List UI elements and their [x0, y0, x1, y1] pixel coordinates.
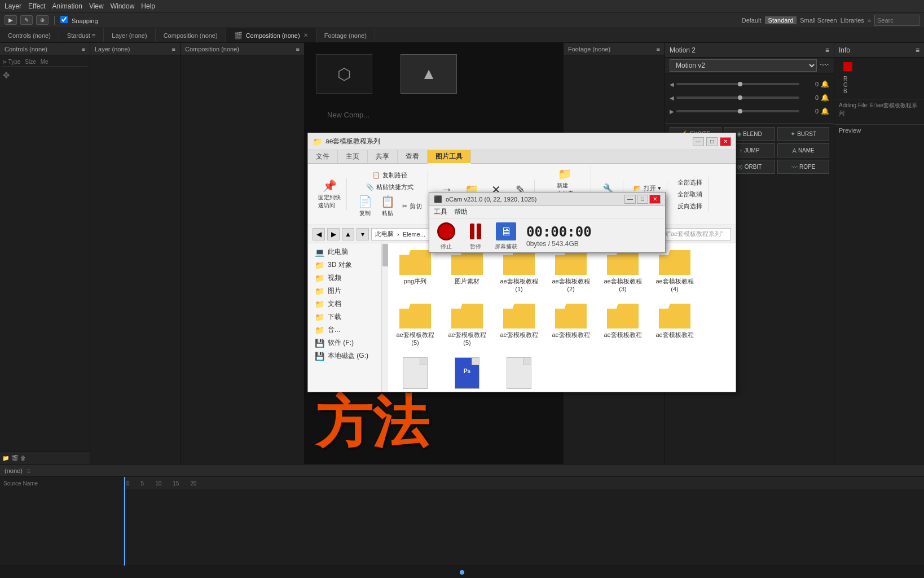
new-folder-icon[interactable]: 📁	[2, 455, 9, 461]
info-menu[interactable]: ≡	[916, 46, 919, 54]
slider3-track[interactable]	[676, 110, 799, 112]
ribbon-select-all-btn[interactable]: 全部选择	[675, 177, 705, 188]
tab-controls[interactable]: Controls (none)	[0, 28, 59, 42]
timeline-menu-icon[interactable]: ≡	[27, 467, 30, 474]
file-item-ae1[interactable]: ae套模板教程(1)	[496, 248, 542, 295]
close-button[interactable]: ✕	[720, 137, 731, 146]
snapping-checkbox-label[interactable]: Snapping	[60, 16, 98, 24]
ribbon-tab-home[interactable]: 主页	[338, 150, 368, 163]
nav-back-btn[interactable]: ◀	[313, 228, 325, 240]
tab-stardust[interactable]: Stardust ≡	[59, 28, 104, 42]
sidebar-scrollbar[interactable]	[381, 243, 388, 392]
slider1-track[interactable]	[676, 83, 799, 85]
menu-animation[interactable]: Animation	[52, 2, 82, 10]
file-item-ae5[interactable]: ae套模板教程(5)	[393, 301, 438, 348]
rope-label: ROPE	[799, 164, 815, 170]
file-name: 图片素材	[455, 277, 479, 286]
new-comp-icon[interactable]: 🎬	[11, 455, 18, 461]
sidebar-drive-f[interactable]: 💾 软件 (F:)	[308, 336, 381, 349]
files-main-area[interactable]: png序列 图片素材 ae套模板教程(1) ae套模板教程(2) ae套模板教程…	[388, 243, 736, 392]
tab-composition[interactable]: Composition (none)	[156, 28, 226, 42]
nav-recent-btn[interactable]: ▾	[357, 228, 369, 240]
motion2-version-select[interactable]: Motion v2	[670, 59, 817, 72]
file-item-mvi[interactable]: MVI_0282	[393, 355, 438, 392]
ribbon-invert-btn[interactable]: 反向选择	[675, 201, 705, 212]
burst-button[interactable]: ✦ BURST	[777, 127, 829, 141]
ocam-stop-btn[interactable]	[436, 221, 456, 242]
slider1-left[interactable]: ◀	[670, 81, 674, 87]
ribbon-paste-btn[interactable]: 📋 粘贴	[377, 194, 398, 218]
file-item-ae-extra2[interactable]: ae套模板教程	[548, 301, 593, 348]
ocam-menu-tools[interactable]: 工具	[434, 207, 447, 217]
ribbon-pin-btn[interactable]: 📌 固定到快速访问	[316, 178, 343, 211]
ribbon-tab-share[interactable]: 共享	[368, 150, 398, 163]
file-item-ae5b[interactable]: ae套模板教程(5)	[445, 301, 490, 348]
file-item-ae4[interactable]: ae套模板教程(4)	[652, 248, 697, 295]
tool-btn-3[interactable]: ⊕	[36, 15, 49, 25]
search-box[interactable]: Searc	[874, 15, 919, 26]
menu-window[interactable]: Window	[111, 2, 135, 10]
workspace-default[interactable]: Default	[742, 17, 762, 24]
delete-icon[interactable]: 🗑	[20, 455, 26, 461]
file-item-ae-extra1[interactable]: ae套模板教程	[496, 301, 542, 348]
sidebar-audio[interactable]: 📁 音...	[308, 323, 381, 336]
sidebar-videos[interactable]: 📁 视频	[308, 272, 381, 284]
ocam-pause-btn[interactable]	[465, 221, 486, 242]
file-item-ae2[interactable]: ae套模板教程(2)	[548, 248, 593, 295]
storage-value: 0bytes / 543.4GB	[526, 240, 592, 248]
menu-help[interactable]: Help	[141, 2, 155, 10]
ribbon-tab-file[interactable]: 文件	[308, 150, 338, 163]
tab-layer[interactable]: Layer (none)	[104, 28, 155, 42]
ocam-app-icon: ⬛	[434, 195, 442, 203]
ocam-close-btn[interactable]: ✕	[649, 195, 661, 204]
ocam-minimize-btn[interactable]: —	[624, 195, 636, 204]
timeline-tracks[interactable]: 0 5 10 15 20	[124, 477, 924, 566]
ribbon-cut-btn[interactable]: ✂ 剪切	[400, 194, 424, 218]
rope-button[interactable]: 〰 ROPE	[777, 160, 829, 174]
tool-btn-1[interactable]: ▶	[5, 15, 17, 25]
sidebar-downloads[interactable]: 📁 下载	[308, 310, 381, 323]
menu-layer[interactable]: Layer	[5, 2, 21, 10]
file-item-png[interactable]: png序列	[393, 248, 438, 295]
workspace-small[interactable]: Small Screen	[800, 17, 837, 24]
sidebar-documents[interactable]: 📁 文档	[308, 297, 381, 310]
file-item-pics[interactable]: 图片素材	[445, 248, 490, 295]
ribbon-tab-view[interactable]: 查看	[398, 150, 428, 163]
motion2-menu-icon[interactable]: ≡	[825, 46, 829, 54]
sidebar-3d-objects[interactable]: 📁 3D 对象	[308, 259, 381, 272]
maximize-button[interactable]: □	[706, 137, 718, 146]
tool-btn-2[interactable]: ✎	[20, 15, 33, 25]
sidebar-this-pc[interactable]: 💻 此电脑	[308, 246, 381, 259]
ribbon-tab-picture[interactable]: 图片工具	[428, 150, 471, 164]
ocam-menu-help[interactable]: 帮助	[454, 207, 468, 217]
tab-footage[interactable]: Footage (none)	[316, 28, 375, 42]
nav-up-btn[interactable]: ▲	[342, 228, 354, 240]
slider3-left[interactable]: ▶	[670, 108, 674, 115]
workspace-libraries[interactable]: Libraries	[841, 17, 864, 24]
ribbon-copy-btn[interactable]: 📄 复制	[355, 194, 375, 218]
ribbon-select-none-btn[interactable]: 全部取消	[675, 189, 705, 200]
file-item-psd[interactable]: Ps psd	[445, 355, 490, 392]
minimize-button[interactable]: —	[693, 137, 704, 146]
sidebar-drive-g[interactable]: 💾 本地磁盘 (G:)	[308, 349, 381, 362]
menu-view[interactable]: View	[89, 2, 104, 10]
file-item-spr[interactable]: Spr...	[496, 355, 542, 392]
nav-forward-btn[interactable]: ▶	[327, 228, 340, 240]
source-name-col: Source Name	[2, 479, 121, 488]
slider2-left[interactable]: ◀	[670, 95, 674, 101]
file-item-ae-extra3[interactable]: ae套模板教程	[600, 301, 645, 348]
sidebar-pictures[interactable]: 📁 图片	[308, 284, 381, 297]
tab-composition-active[interactable]: 🎬 Composition (none) ✕	[226, 28, 316, 42]
tab-close-icon[interactable]: ✕	[303, 32, 308, 38]
ribbon-copy-path[interactable]: 📋 复制路径	[370, 170, 410, 181]
name-button[interactable]: A NAME	[777, 143, 829, 157]
ocam-maximize-btn[interactable]: □	[637, 195, 648, 204]
file-item-ae-extra4[interactable]: ae套模板教程	[652, 301, 697, 348]
project-panel-header: Controls (none) ≡	[0, 43, 90, 55]
file-item-ae3[interactable]: ae套模板教程(3)	[600, 248, 645, 295]
ribbon-paste-shortcut[interactable]: 📎 粘贴快捷方式	[364, 182, 416, 192]
slider2-track[interactable]	[676, 97, 799, 99]
ocam-capture-btn[interactable]: 🖥	[496, 221, 516, 242]
menu-effect[interactable]: Effect	[28, 2, 45, 10]
workspace-standard[interactable]: Standard	[765, 16, 797, 24]
